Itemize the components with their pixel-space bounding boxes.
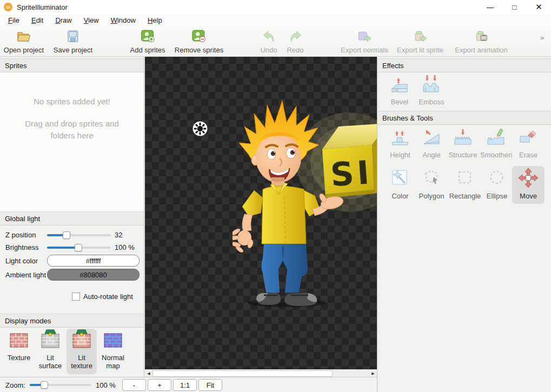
structure-brush[interactable]: Structure	[447, 126, 479, 162]
smoothen-brush[interactable]: Smoothen	[480, 126, 512, 162]
toolbar: Open project Save project Add sprites Re…	[0, 26, 551, 57]
remove-sprites-button[interactable]: Remove sprites	[175, 29, 223, 54]
structure-brush-icon	[453, 127, 473, 150]
export-animation-button[interactable]: Export animation	[455, 29, 508, 54]
maximize-button[interactable]: □	[502, 0, 527, 14]
normal-map-icon	[103, 331, 123, 351]
erase-brush[interactable]: Erase	[513, 126, 544, 162]
auto-rotate-checkbox[interactable]	[72, 293, 80, 301]
export-animation-icon	[474, 30, 488, 44]
z-position-value: 32	[115, 231, 122, 239]
add-sprites-button[interactable]: Add sprites	[130, 29, 165, 54]
ellipse-tool[interactable]: Ellipse	[481, 167, 513, 203]
menu-help[interactable]: Help	[142, 15, 168, 25]
display-mode-normal-map[interactable]: Normal map	[98, 329, 128, 374]
move-tool[interactable]: Move	[512, 166, 545, 204]
scrollbar-thumb[interactable]	[152, 370, 333, 377]
save-project-button[interactable]: Save project	[54, 29, 92, 54]
export-lit-sprite-icon	[413, 30, 427, 44]
display-modes-header: Display modes	[0, 314, 144, 328]
export-normals-button[interactable]: Export normals	[341, 29, 388, 54]
export-lit-sprite-button[interactable]: Export lit sprite	[397, 29, 443, 54]
zoom-in-button[interactable]: +	[148, 379, 171, 391]
lit-texture-icon	[71, 329, 92, 353]
ambient-light-button[interactable]: #808080	[47, 269, 140, 281]
sprites-drop-area[interactable]: No sprites added yet! Drag and drop spri…	[0, 72, 144, 211]
menu-file[interactable]: File	[2, 15, 25, 25]
angle-brush[interactable]: Angle	[416, 126, 447, 162]
menu-view[interactable]: View	[78, 15, 105, 25]
light-color-label: Light color	[5, 257, 38, 265]
color-tool[interactable]: Color	[384, 167, 416, 203]
brightness-value: 100 %	[115, 243, 135, 251]
emboss-tool[interactable]: Emboss	[417, 73, 446, 109]
undo-icon	[262, 31, 275, 44]
display-mode-lit-surface[interactable]: Lit surface	[35, 329, 65, 374]
effects-header: Effects	[377, 58, 551, 72]
toolbar-overflow-chevron[interactable]: »	[540, 34, 544, 42]
light-widget[interactable]	[191, 119, 209, 138]
window-title: SpriteIlluminator	[17, 3, 68, 11]
brushes-tools-header: Brushes & Tools	[377, 111, 551, 125]
display-mode-texture[interactable]: Texture	[4, 329, 34, 374]
polygon-select-icon	[422, 168, 441, 190]
scroll-right-icon[interactable]: ▶	[369, 370, 377, 377]
auto-rotate-label: Auto-rotate light	[83, 293, 133, 301]
remove-sprites-icon	[192, 30, 206, 44]
ellipse-select-icon	[487, 168, 507, 190]
brightness-label: Brightness	[5, 243, 38, 251]
erase-brush-icon	[519, 127, 538, 150]
zoom-out-button[interactable]: -	[122, 379, 146, 391]
app-logo-icon: SI	[4, 3, 12, 11]
menu-edit[interactable]: Edit	[25, 15, 49, 25]
menu-draw[interactable]: Draw	[49, 15, 77, 25]
emboss-icon	[422, 74, 441, 97]
menu-bar: File Edit Draw View Window Help	[0, 14, 551, 26]
export-normals-icon	[357, 31, 371, 44]
move-icon	[517, 167, 539, 190]
canvas[interactable]: SI	[145, 57, 377, 369]
brightness-slider[interactable]	[47, 244, 111, 251]
rectangle-tool[interactable]: Rectangle	[449, 167, 481, 203]
cube-letters: SI	[329, 153, 374, 194]
height-brush-icon	[390, 127, 410, 150]
undo-button[interactable]: Undo	[260, 29, 277, 54]
zoom-value: 100 %	[96, 381, 116, 389]
lit-surface-icon	[40, 329, 61, 353]
polygon-tool[interactable]: Polygon	[415, 167, 448, 203]
ambient-light-label: Ambient light	[5, 271, 46, 279]
open-project-button[interactable]: Open project	[4, 29, 44, 54]
bevel-icon	[390, 74, 409, 97]
app-window: SI SpriteIlluminator — □ ✕ File Edit Dra…	[0, 0, 551, 392]
open-project-icon	[16, 30, 31, 44]
angle-brush-icon	[422, 127, 441, 150]
left-panel: Sprites No sprites added yet! Drag and d…	[0, 57, 144, 377]
sprite-character[interactable]: SI	[233, 91, 377, 307]
zoom-bar: Zoom: 100 % - + 1:1 Fit	[0, 377, 377, 392]
redo-button[interactable]: Redo	[287, 29, 303, 54]
texture-icon	[9, 331, 29, 351]
horizontal-scrollbar[interactable]: ◀ ▶	[145, 369, 377, 377]
global-light-header: Global light	[0, 211, 144, 225]
height-brush[interactable]: Height	[384, 126, 416, 162]
color-wand-icon	[390, 168, 410, 190]
minimize-button[interactable]: —	[478, 0, 502, 14]
bevel-tool[interactable]: Bevel	[385, 73, 414, 109]
zoom-slider[interactable]	[30, 381, 91, 389]
rectangle-select-icon	[455, 168, 475, 190]
right-panel: Effects Bevel Emboss Brushes & Tools Hei…	[377, 57, 551, 392]
add-sprites-icon	[141, 30, 155, 44]
zoom-one-to-one-button[interactable]: 1:1	[173, 379, 197, 391]
display-mode-lit-texture[interactable]: Lit texture	[67, 329, 97, 374]
menu-window[interactable]: Window	[105, 15, 142, 25]
scroll-left-icon[interactable]: ◀	[145, 370, 152, 377]
light-color-button[interactable]: #ffffff	[47, 255, 140, 267]
close-button[interactable]: ✕	[527, 0, 551, 14]
sprites-header: Sprites	[0, 58, 144, 72]
redo-icon	[289, 31, 302, 44]
zoom-fit-button[interactable]: Fit	[198, 379, 222, 391]
title-bar: SI SpriteIlluminator — □ ✕	[0, 0, 551, 14]
z-position-slider[interactable]	[47, 231, 111, 239]
sprites-empty-hint: Drag and drop sprites and folders here	[25, 118, 120, 142]
save-project-icon	[67, 30, 79, 44]
